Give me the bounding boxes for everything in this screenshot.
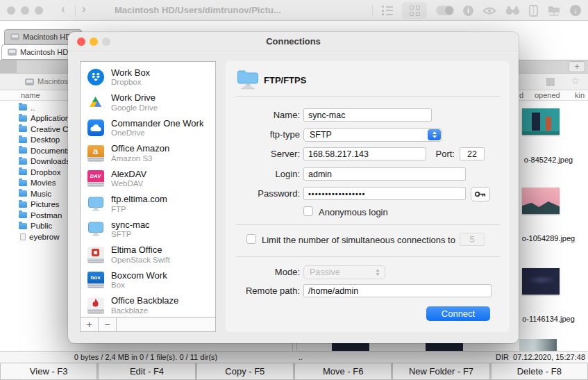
eye-icon[interactable] bbox=[482, 6, 496, 15]
network-folder-icon[interactable] bbox=[547, 5, 561, 16]
add-tab-button[interactable]: + bbox=[569, 61, 585, 72]
connection-item-amazon-s3[interactable]: a Office AmazonAmazon S3 bbox=[81, 141, 215, 167]
name-input[interactable]: sync-mac bbox=[303, 108, 432, 122]
connection-item-onedrive[interactable]: Commander One WorkOneDrive bbox=[81, 115, 215, 141]
divider bbox=[236, 256, 500, 257]
add-connection-button[interactable]: + bbox=[81, 317, 99, 331]
main-titlebar: ‹ › Macintosh HD/Users/dimtrunov/Pictu..… bbox=[0, 0, 588, 21]
minimize-window-icon[interactable] bbox=[21, 6, 29, 15]
divider bbox=[236, 96, 500, 97]
dropbox-icon bbox=[87, 69, 104, 86]
disk-icon bbox=[10, 33, 19, 40]
toolbar-icons: i bbox=[351, 0, 581, 21]
binoculars-icon[interactable] bbox=[505, 6, 520, 15]
folder-row[interactable]: Postman bbox=[0, 210, 68, 221]
folder-icon bbox=[19, 137, 27, 143]
mode-select: Passive bbox=[303, 265, 385, 279]
folder-row[interactable]: Desktop bbox=[0, 135, 68, 146]
stop-icon[interactable] bbox=[546, 78, 555, 86]
remove-connection-button[interactable]: − bbox=[99, 317, 117, 331]
function-key-bar: View - F3 Edit - F4 Copy - F5 Move - F6 … bbox=[0, 363, 588, 380]
remote-path-input[interactable]: /home/admin bbox=[303, 284, 492, 297]
folder-row[interactable]: .. bbox=[0, 102, 68, 113]
grid-view-icon bbox=[410, 6, 420, 16]
password-input[interactable]: ••••••••••••••••• bbox=[303, 187, 466, 200]
hamburger-icon[interactable] bbox=[351, 6, 363, 15]
copy-f5-button[interactable]: Copy - F5 bbox=[196, 363, 294, 380]
ftp-type-select[interactable]: SFTP bbox=[303, 128, 442, 142]
limit-connections-checkbox[interactable] bbox=[246, 234, 256, 244]
move-f6-button[interactable]: Move - F6 bbox=[294, 363, 392, 380]
grid-view-button[interactable] bbox=[402, 2, 427, 19]
folder-name: Dropbox bbox=[31, 168, 60, 176]
login-input[interactable]: admin bbox=[303, 167, 466, 181]
connection-item-ftp[interactable]: ftp.eltima.comFTP bbox=[81, 192, 215, 217]
connection-type: Google Drive bbox=[111, 104, 158, 113]
folder-row[interactable]: Creative Cloud bbox=[0, 124, 68, 135]
folder-name: Creative Cloud bbox=[31, 125, 68, 133]
new-folder-f7-button[interactable]: New Folder - F7 bbox=[392, 363, 489, 380]
column-kind[interactable]: kin bbox=[575, 91, 585, 99]
folder-row[interactable]: Public bbox=[0, 221, 68, 232]
folder-icon bbox=[19, 126, 27, 132]
column-opened[interactable]: opened bbox=[535, 91, 560, 99]
column-modified[interactable]: d bbox=[519, 91, 523, 99]
star-icon[interactable]: ☆ bbox=[571, 75, 580, 86]
image-thumbnail[interactable] bbox=[519, 339, 557, 351]
connections-dialog: Connections Work BoxDropbox Work DriveGo… bbox=[68, 32, 519, 343]
ftp-type-label: ftp-type bbox=[230, 129, 300, 140]
connection-item-openstack[interactable]: Eltima OfficeOpenStack Swift bbox=[81, 242, 215, 268]
toggle-icon[interactable] bbox=[436, 6, 454, 15]
connection-name: sync-mac bbox=[111, 220, 150, 230]
key-button[interactable] bbox=[471, 187, 490, 201]
file-name[interactable]: o-1146134.jpeg bbox=[514, 313, 583, 324]
column-name[interactable]: name bbox=[21, 91, 40, 99]
list-view-icon[interactable] bbox=[382, 6, 393, 15]
server-label: Server: bbox=[230, 149, 300, 159]
image-thumbnail[interactable] bbox=[522, 188, 560, 214]
file-name[interactable]: o-845242.jpeg bbox=[514, 154, 583, 165]
connect-button[interactable]: Connect bbox=[426, 306, 490, 321]
delete-f8-button[interactable]: Delete - F8 bbox=[491, 363, 588, 380]
image-thumbnail[interactable] bbox=[522, 108, 560, 135]
connection-item-google-drive[interactable]: Work DriveGoogle Drive bbox=[81, 90, 215, 116]
folder-row[interactable]: Movies bbox=[0, 178, 68, 189]
folder-row[interactable]: Applications bbox=[0, 113, 68, 124]
close-window-icon[interactable] bbox=[7, 6, 15, 15]
image-thumbnail[interactable] bbox=[522, 268, 560, 295]
onedrive-icon bbox=[87, 119, 104, 137]
connection-item-dropbox[interactable]: Work BoxDropbox bbox=[81, 65, 215, 90]
folder-name: Public bbox=[31, 222, 52, 230]
info-icon[interactable]: i bbox=[463, 6, 473, 16]
connection-name: ftp.eltima.com bbox=[111, 194, 167, 204]
anonymous-login-checkbox[interactable] bbox=[303, 206, 313, 216]
forward-icon[interactable]: › bbox=[82, 2, 86, 16]
ftp-ftps-icon bbox=[236, 69, 260, 92]
folder-row[interactable]: Music bbox=[0, 188, 68, 199]
file-name[interactable]: o-1054289.jpeg bbox=[514, 233, 583, 244]
view-f3-button[interactable]: View - F3 bbox=[0, 363, 97, 380]
download-icon[interactable] bbox=[570, 5, 581, 16]
folder-row[interactable]: Dropbox bbox=[0, 167, 68, 178]
connection-item-backblaze[interactable]: Office BackblazeBackblaze bbox=[81, 293, 215, 317]
connection-item-webdav[interactable]: DAV AlexDAVWebDAV bbox=[81, 166, 215, 192]
close-dialog-icon[interactable] bbox=[77, 38, 85, 46]
box-icon: box bbox=[87, 272, 104, 289]
archive-icon[interactable] bbox=[529, 5, 538, 17]
folder-name: Postman bbox=[31, 211, 62, 220]
back-icon[interactable]: ‹ bbox=[61, 2, 65, 16]
ftp-monitor-icon bbox=[87, 195, 104, 213]
file-row[interactable]: eyebrow bbox=[0, 231, 68, 242]
port-input[interactable]: 22 bbox=[460, 147, 485, 160]
folder-name: Desktop bbox=[31, 135, 60, 144]
connection-item-sftp[interactable]: sync-macSFTP bbox=[81, 217, 215, 242]
folder-name: Downloads bbox=[31, 157, 68, 165]
folder-row[interactable]: Pictures bbox=[0, 199, 68, 210]
amazon-s3-icon: a bbox=[87, 144, 104, 162]
edit-f4-button[interactable]: Edit - F4 bbox=[98, 363, 195, 380]
zoom-window-icon[interactable] bbox=[35, 6, 43, 15]
minimize-dialog-icon[interactable] bbox=[90, 38, 98, 46]
connection-item-box[interactable]: box Boxcom WorkBox bbox=[81, 267, 215, 293]
folder-row[interactable]: Documents bbox=[0, 145, 68, 156]
folder-row[interactable]: Downloads bbox=[0, 156, 68, 167]
